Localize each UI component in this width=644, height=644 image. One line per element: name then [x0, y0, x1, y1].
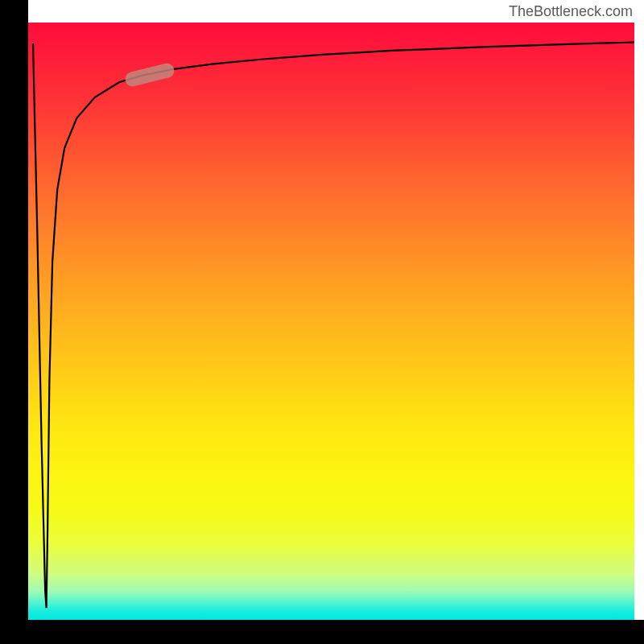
- plot-area: [28, 23, 634, 620]
- curve-layer: [28, 23, 634, 620]
- chart-container: TheBottleneck.com: [0, 0, 644, 644]
- bottleneck-curve: [33, 42, 634, 608]
- watermark-text: TheBottleneck.com: [509, 3, 633, 20]
- y-axis-bar: [0, 0, 28, 644]
- x-axis-bar: [0, 620, 644, 644]
